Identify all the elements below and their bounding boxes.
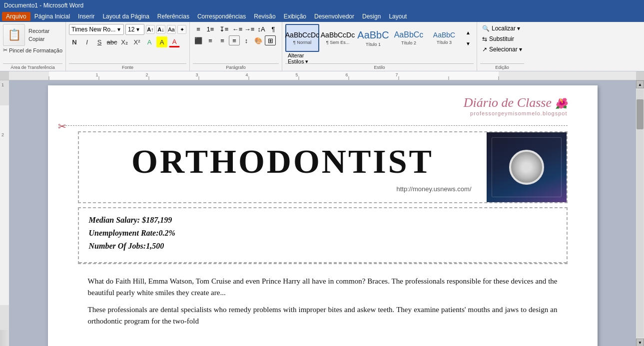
style-title1[interactable]: AaBbC Título 1 <box>356 24 390 52</box>
decrease-indent[interactable]: ←≡ <box>232 24 243 34</box>
document-area: 1 2 Diário de Classe 🌺 professorgeymisom… <box>0 80 644 346</box>
copiar-button[interactable]: Copiar <box>27 35 51 42</box>
left-ruler: 1 2 <box>0 80 9 346</box>
menu-layout[interactable]: Layout <box>385 12 411 21</box>
doc-image-inner <box>487 132 567 202</box>
title-box: ORTHODONTIST http://money.usnews.com/ <box>78 131 568 203</box>
bold-button[interactable]: N <box>69 36 80 47</box>
doc-image <box>487 132 567 202</box>
ribbon: 📋 Recortar Copiar ✂Pincel de Formatação … <box>0 22 644 71</box>
select-button[interactable]: ↗Selecionar ▾ <box>480 45 524 54</box>
borders-button[interactable]: ⊞ <box>265 35 276 45</box>
stat-unemployment: Unemployment Rate:0.2% <box>89 229 557 238</box>
menu-correspondencias[interactable]: Correspondências <box>193 12 250 21</box>
logo-title: Diário de Classe 🌺 <box>464 95 568 110</box>
paste-button[interactable]: 📋 <box>3 24 25 46</box>
strikethrough-button[interactable]: abc <box>106 36 117 47</box>
styles-scroll-up[interactable]: ▲ <box>463 27 474 37</box>
ruler: 1 2 3 4 5 6 7 <box>0 71 644 80</box>
stat-salary: Median Salary: $187,199 <box>89 216 557 225</box>
style-title2[interactable]: AaBbCc Título 2 <box>392 24 426 52</box>
align-justify[interactable]: ≡ <box>229 35 240 45</box>
style-normal[interactable]: AaBbCcDc ¶ Normal <box>285 24 319 52</box>
bullets-button[interactable]: ≡ <box>193 24 204 34</box>
scissors-icon: ✂ <box>58 120 66 132</box>
styles-scroll-down[interactable]: ▼ <box>463 38 474 48</box>
right-scrollbar: ▲ ▼ <box>636 80 644 346</box>
menu-inserir[interactable]: Inserir <box>74 12 98 21</box>
italic-button[interactable]: I <box>81 36 92 47</box>
doc-url: http://money.usnews.com/ <box>396 185 481 193</box>
menu-arquivo[interactable]: Arquivo <box>2 12 30 21</box>
multilevel-button[interactable]: ↧≡ <box>217 24 231 34</box>
menu-bar: Arquivo Página Inicial Inserir Layout da… <box>0 11 644 22</box>
line-spacing[interactable]: ↕ <box>241 35 252 45</box>
title-section: ORTHODONTIST http://money.usnews.com/ <box>79 132 567 202</box>
ruler-main: 1 2 3 4 5 6 7 <box>9 71 636 80</box>
svg-text:7: 7 <box>395 72 398 77</box>
find-button[interactable]: 🔍Localizar ▾ <box>480 24 524 33</box>
pincel-button[interactable]: ✂Pincel de Formatação <box>3 47 62 53</box>
text-effect-button[interactable]: A <box>144 36 155 47</box>
increase-indent[interactable]: →≡ <box>244 24 255 34</box>
body-paragraph-1: What do Faith Hill, Emma Watson, Tom Cru… <box>88 276 558 298</box>
ruler-right <box>636 71 644 80</box>
replace-button[interactable]: ⇆Substituir <box>480 34 524 43</box>
svg-text:2: 2 <box>145 72 148 77</box>
align-left[interactable]: ⬛ <box>193 35 204 45</box>
style-no-spacing[interactable]: AaBbCcDc ¶ Sem Es... <box>321 24 355 52</box>
title-bar-text: Documento1 - Microsoft Word <box>4 2 83 9</box>
underline-button[interactable]: S <box>94 36 105 47</box>
menu-referencias[interactable]: Referências <box>153 12 193 21</box>
change-styles-button[interactable]: AlterarEstilos ▾ <box>285 53 311 63</box>
style-title3[interactable]: AaBbC Título 3 <box>427 24 461 52</box>
doc-title: ORTHODONTIST <box>131 142 434 181</box>
title-text-area: ORTHODONTIST http://money.usnews.com/ <box>79 132 487 202</box>
font-section: Times New Ro... ▾ 12 ▾ A↑ A↓ Aa ✦ N I S … <box>66 22 190 71</box>
scissors-line <box>63 125 568 126</box>
subscript-button[interactable]: X₂ <box>119 36 130 47</box>
recortar-button[interactable]: Recortar <box>27 27 51 34</box>
scroll-down-button[interactable]: ▼ <box>636 339 644 346</box>
font-clear2[interactable]: ✦ <box>177 25 186 34</box>
menu-revisao[interactable]: Revisão <box>250 12 279 21</box>
menu-pagina-inicial[interactable]: Página Inicial <box>30 12 74 21</box>
shading-button[interactable]: 🎨 <box>253 35 264 45</box>
styles-label: Estilo <box>285 63 474 71</box>
stat-jobs: Number Of Jobs:1,500 <box>89 242 557 251</box>
document-page: Diário de Classe 🌺 professorgeymisommelo… <box>48 85 598 346</box>
sort-button[interactable]: ↕A <box>256 24 267 34</box>
font-name-input[interactable]: Times New Ro... ▾ <box>69 24 124 35</box>
page-header: Diário de Classe 🌺 professorgeymisommelo… <box>78 95 568 116</box>
editing-label: Edição <box>480 63 524 71</box>
svg-text:3: 3 <box>195 72 198 77</box>
svg-text:4: 4 <box>245 72 248 77</box>
highlight-button[interactable]: A <box>156 36 167 47</box>
svg-text:5: 5 <box>295 72 298 77</box>
doc-scroll-area[interactable]: Diário de Classe 🌺 professorgeymisommelo… <box>9 80 636 346</box>
font-label: Fonte <box>69 63 186 71</box>
title-bar: Documento1 - Microsoft Word <box>0 0 644 11</box>
scrollbar-track[interactable] <box>637 89 644 338</box>
font-grow-up[interactable]: A↑ <box>146 25 155 34</box>
font-color-button[interactable]: A <box>169 36 180 47</box>
scrollbar-thumb[interactable] <box>637 99 644 129</box>
show-marks[interactable]: ¶ <box>268 24 279 34</box>
clipboard-section: 📋 Recortar Copiar ✂Pincel de Formatação … <box>0 22 66 71</box>
clipboard-label: Área de Transferência <box>3 63 62 71</box>
scroll-up-button[interactable]: ▲ <box>636 80 644 88</box>
menu-desenvolvedor[interactable]: Desenvolvedor <box>310 12 358 21</box>
menu-design[interactable]: Design <box>358 12 385 21</box>
menu-layout-pagina[interactable]: Layout da Página <box>98 12 153 21</box>
superscript-button[interactable]: X² <box>131 36 142 47</box>
font-grow-down[interactable]: A↓ <box>156 25 165 34</box>
svg-text:6: 6 <box>345 72 348 77</box>
menu-exibicao[interactable]: Exibição <box>280 12 310 21</box>
font-size-input[interactable]: 12 ▾ <box>125 24 144 35</box>
align-right[interactable]: ≡ <box>217 35 228 45</box>
font-clear[interactable]: Aa <box>167 25 176 34</box>
align-center[interactable]: ≡ <box>205 35 216 45</box>
numbering-button[interactable]: 1≡ <box>205 24 216 34</box>
stats-box: Median Salary: $187,199 Unemployment Rat… <box>78 207 568 264</box>
body-paragraph-2: These professionals are dental specialis… <box>88 304 558 327</box>
